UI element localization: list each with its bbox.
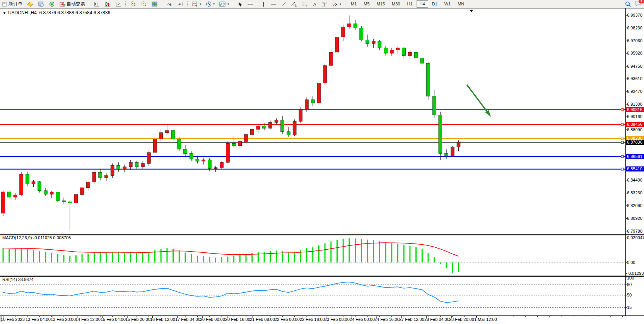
candle-16 (99, 172, 102, 178)
tile-windows-button[interactable] (150, 0, 160, 8)
candle-38 (232, 143, 236, 146)
candle-47 (287, 132, 290, 135)
candle-72 (439, 115, 442, 154)
notifications-button[interactable]: 1 (635, 1, 642, 8)
hline-handle[interactable] (621, 108, 624, 111)
price-tick-6.93610: 6.93610 (627, 76, 644, 81)
price-tick-6.95920: 6.95920 (627, 51, 644, 56)
vertical-line-button[interactable] (260, 0, 268, 8)
time-label-6: 16 Feb 12:00 (150, 317, 175, 322)
template-icon (219, 2, 226, 7)
candle-53 (323, 65, 327, 83)
hline-handle[interactable] (621, 155, 624, 158)
time-label-15: 24 Feb 16:00 (374, 317, 400, 322)
new-order-button[interactable]: 新订单 (0, 0, 24, 8)
new-order-label: 新订单 (9, 1, 22, 7)
periods-button[interactable]: ▾ (204, 0, 217, 8)
clock-icon (206, 1, 212, 7)
candle-15 (92, 172, 96, 182)
candle-9 (56, 192, 60, 201)
time-label-10: 21 Feb 08:00 (250, 317, 275, 322)
arrows-button[interactable]: ▾ (330, 0, 343, 8)
price-line-label-6.85410: 6.85410 (626, 166, 644, 171)
dropdown-caret-icon: ▾ (227, 2, 229, 6)
horizontal-line-icon (270, 2, 276, 7)
templates-button[interactable]: ▾ (217, 0, 231, 8)
cursor-button[interactable] (236, 0, 244, 8)
indicators-button[interactable]: ▾ (190, 0, 203, 8)
price-tick-6.79780: 6.79780 (627, 229, 644, 234)
candle-29 (178, 139, 181, 149)
hline-handle[interactable] (621, 141, 624, 144)
timeframe-d1-button[interactable]: D1 (429, 0, 441, 8)
hline-handle[interactable] (621, 168, 624, 170)
candle-30 (184, 149, 187, 153)
candlestick-chart-button[interactable] (102, 0, 113, 8)
timeframe-m1-button[interactable]: M1 (348, 0, 360, 8)
time-label-4: 15 Feb 04:00 (101, 317, 126, 322)
candle-33 (202, 160, 205, 161)
workstation-icon (38, 2, 44, 7)
zoom-out-button[interactable] (139, 0, 149, 8)
crosshair-button[interactable] (245, 0, 255, 8)
price-tick-6.98230: 6.98230 (627, 26, 644, 31)
candle-56 (342, 27, 345, 37)
candle-58 (354, 24, 357, 28)
timeframe-h1-button[interactable]: H1 (404, 0, 415, 8)
toolbar-right: 1 (625, 0, 642, 8)
candle-51 (311, 99, 314, 103)
hline-handle[interactable] (621, 137, 624, 139)
timeframe-m30-button[interactable]: M30 (389, 0, 403, 8)
candle-11 (68, 202, 72, 203)
candle-50 (305, 99, 309, 110)
fibonacci-button[interactable]: F (300, 0, 310, 8)
time-label-1: 13 Feb 04:00 (26, 317, 51, 322)
tile-windows-icon (152, 2, 158, 7)
chart-shift-button[interactable] (175, 0, 185, 8)
auto-scroll-button[interactable] (164, 0, 174, 8)
time-label-0: 10 Feb 2023 (1, 317, 25, 322)
dropdown-caret-icon: ▾ (213, 2, 215, 6)
navigator-button[interactable] (47, 0, 57, 8)
price-line-label-6.87836: 6.87836 (626, 140, 644, 145)
timeframe-w1-button[interactable]: W1 (441, 0, 454, 8)
data-window-button[interactable] (36, 0, 46, 8)
candle-74 (451, 147, 454, 156)
arrows-icon (332, 2, 338, 7)
text-button[interactable]: A (311, 0, 319, 8)
candle-21 (129, 163, 132, 167)
line-chart-button[interactable] (113, 0, 123, 8)
toolbar-separator (162, 1, 162, 7)
price-tick-6.80920: 6.80920 (627, 216, 644, 221)
chart-canvas[interactable] (0, 8, 644, 324)
candle-42 (256, 126, 260, 130)
search-icon[interactable] (625, 1, 631, 7)
candlestick-chart-icon (104, 2, 111, 7)
timeframe-mn-button[interactable]: MN (454, 0, 467, 8)
one-click-trading-toggle-icon[interactable]: ▼ (3, 11, 6, 15)
equidistant-channel-button[interactable]: E (289, 0, 299, 8)
fibonacci-icon: F (302, 2, 308, 7)
text-label-button[interactable]: T (320, 0, 330, 8)
timeframe-m15-button[interactable]: M15 (374, 0, 388, 8)
bar-chart-button[interactable] (92, 0, 102, 8)
market-watch-button[interactable] (25, 0, 35, 8)
crosshair-icon (247, 2, 253, 7)
trendline-icon (281, 2, 286, 7)
zoom-in-button[interactable] (128, 0, 138, 8)
toolbar-separator (125, 1, 126, 7)
rsi-axis-100: 100 (627, 276, 644, 281)
trendline-button[interactable] (279, 0, 288, 8)
price-tick-6.97060: 6.97060 (627, 38, 644, 43)
candle-20 (123, 167, 126, 169)
hline-handle[interactable] (621, 123, 624, 126)
auto-trading-button[interactable]: 自动交易 (58, 0, 87, 8)
horizontal-line-button[interactable] (268, 0, 278, 8)
candle-1 (7, 192, 11, 197)
candle-39 (238, 141, 242, 146)
timeframe-m5-button[interactable]: M5 (360, 0, 372, 8)
candle-57 (347, 24, 351, 27)
timeframe-h4-button[interactable]: H4 (417, 0, 428, 8)
auto-trading-label: 自动交易 (67, 1, 85, 7)
candle-65 (396, 48, 400, 50)
